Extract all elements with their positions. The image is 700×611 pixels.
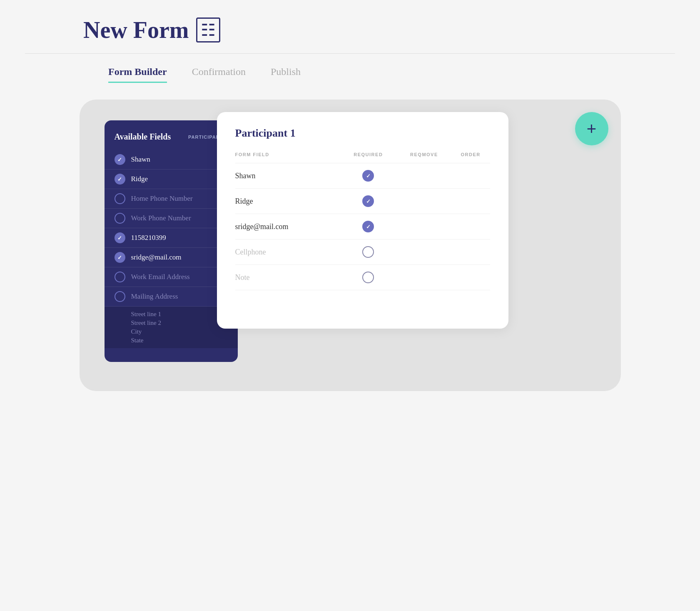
row-remove-ridge[interactable] xyxy=(397,189,451,214)
form-icon: ☷ xyxy=(196,17,220,42)
participant-table: FORM FIELD REQUIRED REQMOVE ORDER Shawn xyxy=(235,152,490,290)
table-row: Shawn xyxy=(235,163,490,189)
sub-field-city: City xyxy=(131,327,228,336)
field-label-phone-number: 1158210399 xyxy=(131,234,166,242)
checkbox-work-email[interactable] xyxy=(115,272,125,282)
row-required-cellphone[interactable] xyxy=(340,239,397,265)
field-label-work-phone: Work Phone Number xyxy=(131,214,191,222)
background-card: Available Fields PARTICIPANT 1 Shawn Rid… xyxy=(80,100,621,391)
table-row: Note xyxy=(235,265,490,290)
table-row: sridge@mail.com xyxy=(235,214,490,239)
tab-bar: Form Builder Confirmation Publish xyxy=(25,66,301,83)
required-checkbox-email[interactable] xyxy=(362,221,374,232)
checkbox-shawn[interactable] xyxy=(115,154,125,165)
col-required: REQUIRED xyxy=(340,152,397,163)
row-remove-email[interactable] xyxy=(397,214,451,239)
row-required-shawn[interactable] xyxy=(340,163,397,189)
field-label-ridge: Ridge xyxy=(131,175,148,183)
checkbox-phone-number[interactable] xyxy=(115,232,125,243)
row-order-cellphone[interactable] xyxy=(451,239,490,265)
row-remove-note[interactable] xyxy=(397,265,451,290)
tab-confirmation[interactable]: Confirmation xyxy=(192,66,246,83)
panel-title: Available Fields xyxy=(115,132,171,142)
table-row: Ridge xyxy=(235,189,490,214)
row-label-email: sridge@mail.com xyxy=(235,214,340,239)
row-required-note[interactable] xyxy=(340,265,397,290)
field-label-mailing: Mailing Address xyxy=(131,292,178,301)
header-divider xyxy=(25,53,675,54)
page-header: New Form ☷ xyxy=(25,17,220,43)
sub-field-street2: Street line 2 xyxy=(131,319,228,327)
required-checkbox-shawn[interactable] xyxy=(362,170,374,182)
row-label-shawn: Shawn xyxy=(235,163,340,189)
table-row: Cellphone xyxy=(235,239,490,265)
row-required-email[interactable] xyxy=(340,214,397,239)
required-checkbox-cellphone[interactable] xyxy=(362,246,374,258)
sub-field-street1: Street line 1 xyxy=(131,310,228,319)
checkbox-work-phone[interactable] xyxy=(115,213,125,224)
checkbox-mailing[interactable] xyxy=(115,291,125,302)
field-label-shawn: Shawn xyxy=(131,155,150,164)
tab-publish[interactable]: Publish xyxy=(271,66,301,83)
participant-panel: Participant 1 FORM FIELD REQUIRED REQMOV… xyxy=(217,112,508,329)
col-remove: REQMOVE xyxy=(397,152,451,163)
row-order-shawn[interactable] xyxy=(451,163,490,189)
plus-icon: + xyxy=(587,120,596,137)
row-order-note[interactable] xyxy=(451,265,490,290)
row-label-cellphone: Cellphone xyxy=(235,239,340,265)
row-label-ridge: Ridge xyxy=(235,189,340,214)
col-form-field: FORM FIELD xyxy=(235,152,340,163)
add-participant-button[interactable]: + xyxy=(575,112,608,145)
field-label-work-email: Work Email Address xyxy=(131,273,190,281)
required-checkbox-note[interactable] xyxy=(362,272,374,283)
required-checkbox-ridge[interactable] xyxy=(362,195,374,207)
participant-panel-title: Participant 1 xyxy=(235,127,490,140)
sub-field-state: State xyxy=(131,336,228,345)
page-title: New Form xyxy=(83,17,189,43)
main-area: Available Fields PARTICIPANT 1 Shawn Rid… xyxy=(25,100,675,391)
checkbox-ridge[interactable] xyxy=(115,174,125,185)
row-remove-shawn[interactable] xyxy=(397,163,451,189)
col-order: ORDER xyxy=(451,152,490,163)
row-order-ridge[interactable] xyxy=(451,189,490,214)
row-required-ridge[interactable] xyxy=(340,189,397,214)
field-label-home-phone: Home Phone Number xyxy=(131,195,193,203)
tab-form-builder[interactable]: Form Builder xyxy=(108,66,167,83)
checkbox-email[interactable] xyxy=(115,252,125,263)
row-label-note: Note xyxy=(235,265,340,290)
checkbox-home-phone[interactable] xyxy=(115,193,125,204)
field-label-email: sridge@mail.com xyxy=(131,253,182,262)
row-remove-cellphone[interactable] xyxy=(397,239,451,265)
row-order-email[interactable] xyxy=(451,214,490,239)
